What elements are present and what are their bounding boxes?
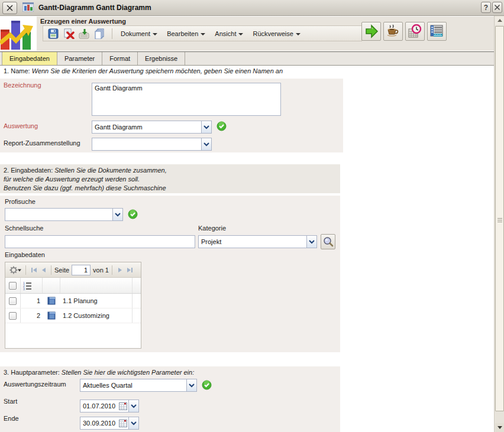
scroll-up-button[interactable]	[495, 16, 504, 25]
tab-ergebnisse[interactable]: Ergebnisse	[138, 52, 185, 65]
last-page-button[interactable]	[125, 265, 134, 275]
row-number-cell: 2	[21, 308, 43, 323]
kategorie-label: Kategorie	[198, 225, 226, 232]
coffee-button[interactable]	[383, 22, 403, 41]
arrow-up-icon	[497, 19, 502, 22]
scroll-down-button[interactable]	[495, 423, 504, 432]
chevron-down-icon	[131, 404, 137, 408]
tab-label: Eingabedaten	[9, 55, 50, 62]
kategorie-combobox[interactable]	[198, 235, 317, 248]
first-page-button[interactable]	[29, 265, 38, 275]
select-all-cell[interactable]	[5, 278, 21, 293]
report-button[interactable]	[427, 22, 447, 41]
tab-eingabedaten[interactable]: Eingabedaten	[2, 52, 57, 65]
section2-note-3: Benutzen Sie dazu (ggf. mehrfach) diese …	[4, 184, 166, 191]
arrow-down-icon	[497, 426, 502, 429]
schnellsuche-input[interactable]	[5, 235, 195, 248]
copy-button[interactable]	[93, 27, 106, 40]
grid-row[interactable]: 1 1.1 Planung	[5, 294, 141, 308]
page-total-label: von 1	[93, 267, 109, 274]
close-window-button[interactable]	[2, 2, 17, 14]
dropdown-trigger[interactable]	[112, 208, 123, 221]
discard-button[interactable]	[62, 27, 75, 40]
tab-label: Format	[109, 55, 130, 62]
text-column-header[interactable]	[60, 278, 133, 293]
chevron-down-icon	[203, 142, 209, 147]
page-number-input[interactable]	[72, 265, 91, 275]
menu-bearbeiten[interactable]: Bearbeiten	[162, 27, 210, 40]
row-checkbox[interactable]	[9, 297, 17, 305]
chevron-down-icon	[131, 421, 137, 425]
panel-heading: Erzeugen einer Auswertung	[40, 18, 126, 25]
kategorie-input[interactable]	[198, 235, 306, 248]
import-button[interactable]	[77, 27, 91, 40]
grid-row[interactable]: 2 1.2 Customizing	[5, 308, 141, 323]
titlebar: Gantt-Diagramm Gantt Diagramm ?	[0, 0, 504, 16]
grid-settings-button[interactable]	[8, 265, 22, 275]
dropdown-trigger[interactable]	[201, 121, 212, 134]
chevron-down-icon	[153, 33, 157, 35]
run-button[interactable]	[361, 22, 381, 41]
green-arrow-icon	[364, 24, 379, 38]
tab-parameter[interactable]: Parameter	[57, 52, 102, 65]
section3-heading: 3. Hauptparameter: Stellen Sie hier die …	[4, 369, 194, 376]
zeitraum-input[interactable]	[80, 379, 186, 392]
scrollbar-thumb[interactable]	[495, 26, 504, 411]
valid-check-icon	[128, 209, 138, 220]
report-label: Report-Zusammenstellung	[4, 139, 80, 147]
section3-note: Stellen Sie hier die wichtigsten Paramet…	[62, 369, 194, 376]
pager-separator	[112, 265, 112, 275]
vertical-scrollbar[interactable]	[494, 16, 504, 432]
prev-page-button[interactable]	[38, 265, 48, 275]
schnellsuche-label: Schnellsuche	[5, 225, 43, 232]
section1-prefix: 1. Name:	[4, 67, 30, 74]
section2-block: Profisuche Schnellsuche Kategorie	[0, 196, 340, 352]
coffee-cup-icon	[386, 24, 400, 38]
window-chart-icon	[22, 2, 34, 13]
row-number-header[interactable]: 1 2 3	[21, 278, 43, 293]
tab-format[interactable]: Format	[102, 52, 138, 65]
profisuche-combobox[interactable]	[5, 208, 123, 221]
schedule-button[interactable]	[405, 22, 425, 41]
main-toolbar: Dokument Bearbeiten Ansicht Rückverweise	[43, 25, 362, 41]
dropdown-trigger[interactable]	[186, 379, 197, 392]
auswertung-input[interactable]	[92, 121, 201, 134]
next-page-button[interactable]	[115, 265, 125, 275]
menu-rueckverweise[interactable]: Rückverweise	[248, 27, 305, 40]
copy-icon	[94, 28, 105, 39]
save-button[interactable]	[47, 27, 60, 40]
search-button[interactable]	[321, 234, 335, 249]
bezeichnung-textarea[interactable]: Gantt Diagramm	[92, 83, 281, 116]
ende-datefield[interactable]	[80, 417, 139, 430]
prev-page-icon	[41, 267, 46, 273]
row-select-cell[interactable]	[5, 294, 21, 308]
dropdown-trigger[interactable]	[201, 138, 212, 151]
profisuche-input[interactable]	[5, 208, 112, 221]
row-number-cell: 1	[21, 294, 43, 308]
import-icon	[79, 28, 90, 39]
icon-column-header[interactable]	[43, 278, 60, 293]
pager-separator	[51, 265, 51, 275]
select-all-checkbox[interactable]	[9, 282, 17, 290]
row-text-cell: 1.2 Customizing	[60, 308, 133, 323]
calendar-icon[interactable]	[119, 402, 127, 411]
first-page-icon	[31, 267, 37, 273]
start-datefield[interactable]	[80, 399, 139, 412]
help-button[interactable]: ?	[481, 2, 491, 13]
auswertung-combobox[interactable]	[92, 121, 212, 134]
menu-ansicht[interactable]: Ansicht	[210, 27, 248, 40]
dropdown-trigger[interactable]	[128, 399, 139, 412]
dropdown-trigger[interactable]	[128, 417, 139, 430]
report-combobox[interactable]	[92, 138, 212, 151]
dropdown-trigger[interactable]	[306, 235, 317, 248]
section1-heading: 1. Name: Wenn Sie die Kriterien der Ausw…	[4, 67, 283, 74]
numbered-list-icon: 1 2 3	[23, 281, 32, 290]
menu-dokument[interactable]: Dokument	[116, 27, 162, 40]
row-select-cell[interactable]	[5, 308, 21, 323]
zeitraum-combobox[interactable]	[80, 379, 197, 392]
close-icon	[6, 4, 14, 12]
row-checkbox[interactable]	[9, 312, 17, 320]
calendar-icon[interactable]	[119, 419, 127, 428]
close-button[interactable]	[492, 2, 502, 13]
report-input[interactable]	[92, 138, 201, 151]
